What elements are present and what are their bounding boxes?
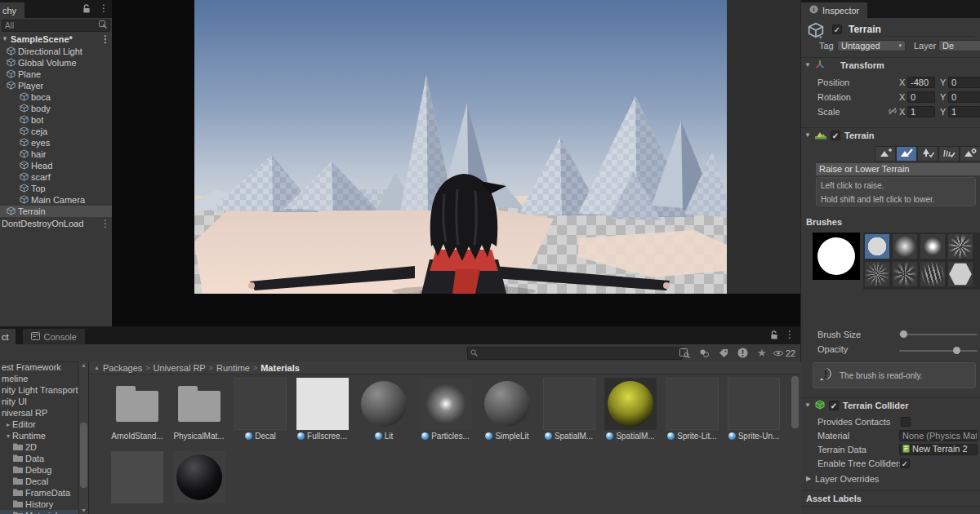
gameobject-icon-dropdown[interactable]: ▾ [819, 34, 822, 41]
project-tree-item-history[interactable]: History [0, 498, 78, 510]
foldout-arrow-icon[interactable]: ▾ [7, 432, 10, 440]
project-tree-item-est-framework[interactable]: est Framework [0, 361, 78, 373]
project-tree-item-2d[interactable]: 2D [0, 441, 78, 453]
brush-dot[interactable] [920, 234, 945, 259]
search-filter-icon[interactable] [99, 20, 107, 30]
project-tree-item-runtime[interactable]: ▾Runtime [0, 430, 78, 441]
breadcrumb-packages[interactable]: Packages [103, 363, 142, 373]
rotation-x-field[interactable]: 0 [907, 91, 935, 103]
project-menu-icon[interactable]: ⋮ [785, 330, 795, 339]
hidden-count-eye-icon[interactable] [773, 349, 784, 357]
content-scrollbar[interactable] [791, 376, 800, 498]
tab-project[interactable]: ct [0, 329, 16, 344]
hierarchy-item-bot[interactable]: bot [0, 114, 112, 126]
dontdestroyonload-row[interactable]: DontDestroyOnLoad ⋮ [0, 217, 114, 229]
scale-y-field[interactable]: 1 [948, 106, 980, 117]
brush-solid[interactable] [865, 234, 889, 259]
search-by-type-icon[interactable] [699, 348, 710, 358]
terrain-enabled-checkbox[interactable]: ✓ [831, 131, 840, 140]
tab-inspector[interactable]: i Inspector [801, 2, 867, 18]
layer-dropdown[interactable]: De [938, 40, 980, 51]
hierarchy-item-eyes[interactable]: eyes [0, 137, 112, 148]
brush-hex[interactable] [948, 262, 973, 286]
create-neighbor-terrains-tool-button[interactable] [875, 146, 896, 162]
project-tree-item-nity-ui[interactable]: nity UI [0, 396, 78, 407]
brush-noise-b[interactable] [893, 262, 917, 286]
asset-material-item[interactable] [172, 451, 226, 503]
hierarchy-item-plane[interactable]: Plane [0, 69, 112, 80]
hierarchy-item-body[interactable]: body [0, 103, 112, 114]
hierarchy-item-ceja[interactable]: ceja [0, 126, 112, 137]
asset-material-lit[interactable]: Lit [357, 378, 411, 441]
project-tree-item-materials[interactable]: Materials [0, 510, 78, 514]
asset-material-fullscree[interactable]: Fullscree... [296, 378, 350, 441]
transform-header[interactable]: ▼ Transform [801, 57, 980, 72]
breadcrumb-runtime[interactable]: Runtime [216, 363, 250, 373]
breadcrumb-universal-rp[interactable]: Universal RP [154, 363, 206, 373]
opacity-slider[interactable] [899, 350, 978, 352]
terrain-collider-header[interactable]: ▼ ✓ Terrain Collider [801, 397, 980, 412]
layer-overrides-foldout-icon[interactable]: ▶ [806, 475, 813, 482]
search-by-label-icon[interactable] [719, 348, 728, 358]
project-tree-item-editor[interactable]: ▸Editor [0, 419, 78, 430]
asset-material-item[interactable] [110, 451, 164, 503]
paint-terrain-tool-button[interactable] [896, 146, 917, 162]
breadcrumb-materials[interactable]: Materials [261, 363, 300, 373]
search-in-assets-icon[interactable] [679, 348, 690, 358]
hierarchy-item-directional-light[interactable]: Directional Light [0, 46, 112, 57]
terrain-settings-tool-button[interactable] [960, 146, 980, 162]
asset-material-sprite-lit[interactable]: Sprite-Lit... [666, 378, 719, 441]
position-y-field[interactable]: 0 [948, 77, 980, 88]
lock-icon[interactable] [82, 4, 91, 14]
hierarchy-item-hair[interactable]: hair [0, 148, 112, 160]
asset-material-simplelit[interactable]: SimpleLit [480, 378, 534, 441]
layer-overrides-label[interactable]: Layer Overrides [815, 474, 879, 484]
tab-hierarchy[interactable]: chy [0, 2, 24, 18]
project-tree-item-framedata[interactable]: FrameData [0, 487, 78, 498]
hierarchy-item-player[interactable]: Player [0, 80, 112, 91]
project-lock-icon[interactable] [770, 330, 778, 340]
provides-contacts-checkbox[interactable] [901, 417, 911, 427]
constrain-proportions-icon[interactable] [888, 107, 898, 117]
hierarchy-item-scarf[interactable]: scarf [0, 171, 112, 183]
project-tree-item-decal[interactable]: Decal [0, 476, 78, 487]
scale-x-field[interactable]: 1 [907, 106, 935, 117]
hierarchy-item-main-camera[interactable]: Main Camera [0, 194, 112, 206]
brush-noise-a[interactable] [865, 262, 889, 286]
project-tree-item-nity-light-transport-lib[interactable]: nity Light Transport Lib [0, 384, 78, 396]
asset-folder-physicalmat[interactable]: PhysicalMat... [172, 378, 226, 441]
brush-size-slider[interactable] [899, 334, 978, 335]
material-object-field[interactable]: None (Physics Mat [899, 430, 978, 441]
foldout-arrow-icon[interactable]: ▸ [7, 421, 10, 428]
asset-material-spatialm[interactable]: SpatialM... [542, 378, 596, 441]
scene-foldout-icon[interactable]: ▼ [2, 35, 8, 42]
paint-trees-tool-button[interactable] [917, 146, 938, 162]
hierarchy-item-boca[interactable]: boca [0, 91, 112, 103]
brush-noise-c[interactable] [920, 262, 945, 286]
dontdestroy-menu-icon[interactable]: ⋮ [100, 219, 110, 228]
brush-scatter[interactable] [948, 234, 973, 259]
hierarchy-item-head[interactable]: Head [0, 160, 112, 171]
project-tree-item-debug[interactable]: Debug [0, 464, 78, 476]
enable-tree-colliders-checkbox[interactable]: ✓ [900, 459, 910, 468]
project-search-input[interactable] [467, 347, 683, 360]
content-scroll-thumb[interactable] [791, 376, 799, 428]
gameobject-active-checkbox[interactable]: ✓ [832, 24, 842, 34]
asset-folder-arnoldstand[interactable]: ArnoldStand... [110, 378, 164, 441]
breadcrumb-collapse-icon[interactable]: ▲ [94, 365, 100, 370]
asset-material-decal[interactable]: Decal [234, 378, 287, 441]
hierarchy-item-terrain[interactable]: Terrain [0, 206, 112, 217]
scene-header-row[interactable]: ▼ SampleScene* ⋮ [0, 33, 114, 45]
project-tree-item-data[interactable]: Data [0, 453, 78, 464]
gameobject-name-field[interactable]: Terrain [849, 24, 974, 37]
scroll-up-icon[interactable]: ▲ [81, 362, 87, 368]
tree-scroll-thumb[interactable] [80, 423, 87, 488]
favorites-star-icon[interactable]: ★ [757, 347, 767, 359]
rotation-y-field[interactable]: 0 [948, 91, 980, 103]
terrain-collider-enabled-checkbox[interactable]: ✓ [829, 401, 839, 410]
game-viewport[interactable] [112, 0, 800, 326]
asset-labels-header[interactable]: Asset Labels [801, 490, 980, 507]
position-x-field[interactable]: -480 [907, 77, 935, 88]
terrain-component-header[interactable]: ▼ ✓ Terrain [801, 127, 980, 142]
hierarchy-item-global-volume[interactable]: Global Volume [0, 57, 112, 69]
